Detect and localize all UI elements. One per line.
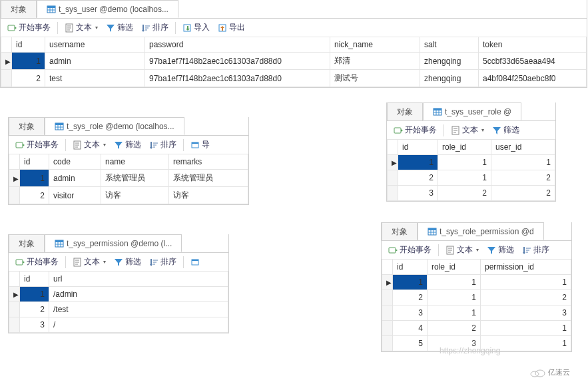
table-row[interactable]: 2 1 2 bbox=[388, 170, 555, 186]
cell-nickname[interactable]: 郑清 bbox=[330, 53, 420, 70]
cell[interactable]: 1 bbox=[393, 275, 428, 290]
cell[interactable]: 2 bbox=[491, 170, 555, 186]
begin-transaction-button[interactable]: 开始事务 bbox=[390, 123, 441, 137]
cell[interactable]: 1 bbox=[20, 170, 49, 187]
col-name[interactable]: name bbox=[101, 154, 169, 170]
text-button[interactable]: 文本▾ bbox=[441, 243, 483, 257]
cell-token[interactable]: a4bf084f250aebc8f0 bbox=[479, 70, 587, 87]
table-row[interactable]: 4 2 1 bbox=[382, 321, 571, 336]
cell[interactable]: 1 bbox=[428, 275, 481, 290]
cell-id[interactable]: 2 bbox=[12, 70, 45, 87]
cell-nickname[interactable]: 测试号 bbox=[330, 70, 420, 87]
begin-transaction-button[interactable]: 开始事务 bbox=[384, 243, 436, 257]
user-role-table[interactable]: id role_id user_id ▶ 1 1 1 2 1 2 3 2 2 bbox=[387, 140, 555, 201]
table-row[interactable]: 2 visitor 访客 访客 bbox=[9, 187, 248, 204]
cell[interactable]: 1 bbox=[481, 336, 571, 351]
cell-password[interactable]: 97ba1ef7f148b2aec1c61303a7d88d0 bbox=[145, 70, 330, 87]
filter-button[interactable]: 筛选 bbox=[483, 243, 518, 257]
import-button[interactable] bbox=[186, 256, 204, 268]
sort-button[interactable]: 排序 bbox=[518, 243, 553, 257]
col-permission-id[interactable]: permission_id bbox=[481, 260, 571, 275]
table-row[interactable]: 3 / bbox=[9, 317, 228, 333]
text-button[interactable]: 文本▾ bbox=[69, 138, 110, 152]
permission-table[interactable]: id url ▶ 1 /admin 2 /test 3 / bbox=[9, 272, 228, 333]
role-table[interactable]: id code name remarks ▶ 1 admin 系统管理员 系统管… bbox=[9, 154, 248, 204]
cell[interactable]: 1 bbox=[20, 287, 49, 302]
table-row[interactable]: ▶ 1 /admin bbox=[9, 287, 228, 302]
cell[interactable]: / bbox=[49, 317, 228, 333]
cell[interactable]: 1 bbox=[481, 321, 571, 336]
cell[interactable]: 1 bbox=[491, 155, 555, 170]
table-row[interactable]: 2 test 97ba1ef7f148b2aec1c61303a7d88d0 测… bbox=[1, 70, 587, 87]
cell-password[interactable]: 97ba1ef7f148b2aec1c61303a7d88d0 bbox=[145, 53, 330, 70]
cell[interactable]: 访客 bbox=[101, 187, 169, 204]
cell[interactable]: 1 bbox=[481, 275, 571, 290]
table-row[interactable]: 5 3 1 bbox=[382, 336, 571, 351]
cell[interactable]: 系统管理员 bbox=[169, 170, 248, 187]
tab-objects[interactable]: 对象 bbox=[387, 102, 423, 120]
cell[interactable]: 2 bbox=[20, 187, 49, 204]
cell-token[interactable]: 5ccbf33d65aeaa494 bbox=[479, 53, 587, 70]
user-table[interactable]: id username password nick_name salt toke… bbox=[1, 37, 587, 87]
col-code[interactable]: code bbox=[49, 154, 101, 170]
cell-username[interactable]: test bbox=[45, 70, 145, 87]
table-row[interactable]: 2 1 2 bbox=[382, 290, 571, 305]
col-id[interactable]: id bbox=[20, 272, 49, 287]
cell[interactable]: 1 bbox=[438, 155, 491, 170]
text-button[interactable]: 文本▾ bbox=[61, 21, 102, 35]
cell[interactable]: 3 bbox=[398, 186, 438, 201]
table-row[interactable]: ▶ 1 admin 97ba1ef7f148b2aec1c61303a7d88d… bbox=[1, 53, 587, 70]
cell[interactable]: 3 bbox=[428, 336, 481, 351]
tab-user-table[interactable]: t_sys_user @demo (localhos... bbox=[37, 0, 178, 18]
tab-permission-table[interactable]: t_sys_permission @demo (l... bbox=[45, 234, 182, 252]
cell[interactable]: admin bbox=[49, 170, 101, 187]
tab-role-permission-table[interactable]: t_sys_role_permission @d bbox=[418, 222, 544, 240]
filter-button[interactable]: 筛选 bbox=[102, 21, 137, 35]
col-url[interactable]: url bbox=[49, 272, 228, 287]
cell[interactable]: 3 bbox=[393, 305, 428, 321]
cell-salt[interactable]: zhengqing bbox=[420, 53, 479, 70]
begin-transaction-button[interactable]: 开始事务 bbox=[11, 255, 63, 269]
begin-transaction-button[interactable]: 开始事务 bbox=[11, 138, 63, 152]
tab-objects[interactable]: 对象 bbox=[1, 0, 37, 18]
cell[interactable]: /admin bbox=[49, 287, 228, 302]
sort-button[interactable]: 排序 bbox=[137, 21, 172, 35]
col-user-id[interactable]: user_id bbox=[491, 140, 555, 155]
cell[interactable]: 3 bbox=[481, 305, 571, 321]
tab-role-table[interactable]: t_sys_role @demo (localhos... bbox=[45, 117, 184, 135]
cell[interactable]: /test bbox=[49, 302, 228, 317]
cell[interactable]: 3 bbox=[20, 317, 49, 333]
role-permission-table[interactable]: id role_id permission_id ▶ 1 1 1 2 1 2 3… bbox=[382, 260, 571, 351]
cell[interactable]: 2 bbox=[393, 290, 428, 305]
begin-transaction-button[interactable]: 开始事务 bbox=[3, 21, 55, 35]
col-username[interactable]: username bbox=[45, 37, 145, 53]
cell[interactable]: 4 bbox=[393, 321, 428, 336]
cell[interactable]: 2 bbox=[481, 290, 571, 305]
cell[interactable]: 1 bbox=[398, 155, 438, 170]
cell[interactable]: 2 bbox=[438, 186, 491, 201]
cell[interactable]: 1 bbox=[428, 290, 481, 305]
cell-salt[interactable]: zhengqing bbox=[420, 70, 479, 87]
import-button[interactable]: 导 bbox=[186, 138, 214, 152]
table-row[interactable]: ▶ 1 1 1 bbox=[388, 155, 555, 170]
text-button[interactable]: 文本▾ bbox=[447, 123, 488, 137]
col-id[interactable]: id bbox=[393, 260, 428, 275]
sort-button[interactable]: 排序 bbox=[145, 138, 180, 152]
filter-button[interactable]: 筛选 bbox=[110, 138, 145, 152]
import-button[interactable]: 导入 bbox=[178, 21, 214, 35]
tab-objects[interactable]: 对象 bbox=[382, 222, 418, 240]
tab-objects[interactable]: 对象 bbox=[9, 117, 45, 135]
col-role-id[interactable]: role_id bbox=[438, 140, 491, 155]
table-row[interactable]: 3 1 3 bbox=[382, 305, 571, 321]
col-id[interactable]: id bbox=[12, 37, 45, 53]
table-row[interactable]: ▶ 1 1 1 bbox=[382, 275, 571, 290]
cell[interactable]: visitor bbox=[49, 187, 101, 204]
col-password[interactable]: password bbox=[145, 37, 330, 53]
export-button[interactable]: 导出 bbox=[214, 21, 249, 35]
col-salt[interactable]: salt bbox=[420, 37, 479, 53]
cell-id[interactable]: 1 bbox=[12, 53, 45, 70]
filter-button[interactable]: 筛选 bbox=[110, 255, 145, 269]
cell[interactable]: 1 bbox=[438, 170, 491, 186]
tab-user-role-table[interactable]: t_sys_user_role @ bbox=[423, 102, 521, 120]
col-token[interactable]: token bbox=[479, 37, 587, 53]
